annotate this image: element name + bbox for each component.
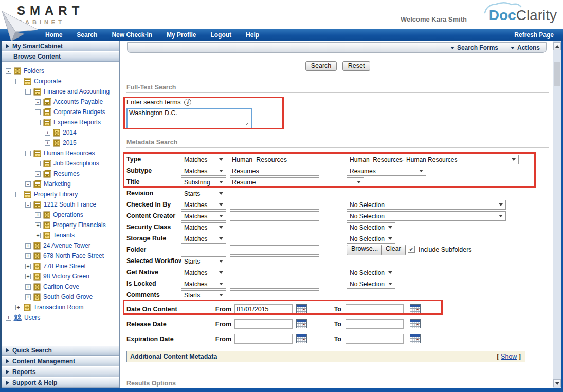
scroll-up-button[interactable] (553, 42, 561, 50)
nav-item-logout[interactable]: Logout (203, 31, 239, 39)
tree-node-label[interactable]: Marketing (44, 180, 71, 188)
tree-node-label[interactable]: Accounts Payable (53, 98, 103, 105)
toolbar-dropdown-actions[interactable]: Actions (511, 44, 540, 51)
expand-box-icon[interactable]: + (15, 305, 21, 310)
tree-node-label[interactable]: Expense Reports (53, 119, 101, 126)
from-date-input-expiration-date[interactable] (234, 334, 293, 344)
tree-node-folders[interactable]: -Folders (2, 66, 119, 76)
tree-node-marketing[interactable]: -Marketing (2, 179, 119, 189)
operator-select-storage-rule[interactable]: Matches (181, 234, 226, 244)
value-select-content-creator[interactable]: No Selection (347, 211, 506, 221)
value-select-checked-in-by[interactable]: No Selection (347, 200, 506, 210)
tree-node-label[interactable]: Human Resources (44, 150, 95, 157)
text-input-subtype[interactable] (230, 166, 319, 176)
collapse-box-icon[interactable]: - (6, 68, 11, 74)
operator-select-type[interactable]: Matches (181, 155, 226, 164)
tree-node-carlton-cove[interactable]: +Carlton Cove (2, 282, 119, 292)
tree-node-label[interactable]: South Gold Grove (43, 293, 93, 301)
collapse-box-icon[interactable]: - (25, 151, 31, 156)
tree-node-label[interactable]: Corporate Budgets (53, 108, 105, 116)
tree-node-job-descriptions[interactable]: -Job Descriptions (2, 158, 119, 169)
value-select-title[interactable] (347, 177, 364, 187)
tree-node-label[interactable]: 678 North Face Street (43, 252, 104, 259)
tree-node-property-library[interactable]: -Property Library (2, 189, 119, 199)
from-date-input-date-on-content[interactable] (234, 304, 293, 314)
tree-node-778-pine-street[interactable]: +778 Pine Street (2, 261, 119, 271)
scrollbar-thumb[interactable] (554, 62, 560, 86)
tree-node-label[interactable]: Tenants (53, 232, 75, 239)
tree-node-transaction-room[interactable]: +Transaction Room (2, 302, 119, 312)
tree-node-label[interactable]: Finance and Accounting (44, 88, 110, 95)
sidebar-section-content-management[interactable]: Content Management (2, 356, 119, 366)
tree-node-corporate[interactable]: -Corporate (2, 76, 119, 86)
value-select-storage-rule[interactable]: No Selection (347, 234, 395, 244)
tree-node-2014[interactable]: +2014 (2, 127, 119, 138)
text-input-selected-workflow[interactable] (230, 256, 319, 266)
tree-node-1212-south-france[interactable]: -1212 South France (2, 199, 119, 210)
tree-node-label[interactable]: Operations (53, 211, 83, 218)
tree-node-property-financials[interactable]: +Property Financials (2, 220, 119, 230)
nav-item-search[interactable]: Search (69, 31, 104, 39)
show-link[interactable]: Show (501, 353, 517, 360)
collapse-box-icon[interactable]: - (25, 181, 31, 187)
operator-select-get-native[interactable]: Matches (181, 268, 226, 277)
expand-box-icon[interactable]: + (35, 212, 41, 218)
to-date-input-date-on-content[interactable] (346, 304, 404, 314)
tree-node-label[interactable]: 2015 (63, 139, 77, 146)
expand-box-icon[interactable]: + (25, 274, 31, 279)
clear-button[interactable]: Clear (381, 245, 406, 255)
operator-select-comments[interactable]: Starts (181, 290, 226, 300)
tree-node-label[interactable]: 1212 South France (44, 201, 96, 208)
operator-select-title[interactable]: Substring (181, 177, 226, 187)
value-select-get-native[interactable]: No Selection (347, 268, 395, 277)
tree-node-accounts-payable[interactable]: -Accounts Payable (2, 97, 119, 107)
operator-select-is-locked[interactable]: Matches (181, 279, 226, 289)
calendar-icon[interactable] (296, 304, 307, 313)
tree-node-2015[interactable]: +2015 (2, 138, 119, 148)
sidebar-section-browse-content[interactable]: Browse Content (2, 51, 119, 62)
tree-node-label[interactable]: Transaction Room (33, 304, 84, 311)
from-date-input-release-date[interactable] (234, 319, 293, 329)
operator-select-revision[interactable]: Starts (181, 189, 226, 198)
include-subfolders-checkbox[interactable]: ✔ (408, 246, 415, 253)
expand-box-icon[interactable]: + (35, 233, 41, 238)
tree-node-resumes[interactable]: -Resumes (2, 169, 119, 179)
browse-button[interactable]: Browse... (347, 245, 383, 255)
tree-node-operations[interactable]: +Operations (2, 210, 119, 220)
text-input-content-creator[interactable] (230, 211, 319, 221)
search-button[interactable]: Search (305, 61, 337, 71)
tree-node-label[interactable]: Property Library (34, 191, 78, 198)
collapse-box-icon[interactable]: - (35, 120, 41, 125)
value-select-subtype[interactable]: Resumes (347, 166, 426, 176)
expand-box-icon[interactable]: + (25, 253, 31, 259)
nav-item-my-profile[interactable]: My Profile (159, 31, 203, 39)
tree-node-label[interactable]: Carlton Cove (43, 283, 79, 290)
collapse-box-icon[interactable]: - (25, 89, 31, 95)
tree-node-label[interactable]: Resumes (53, 170, 80, 177)
sidebar-section-reports[interactable]: Reports (2, 367, 119, 377)
tree-node-corporate-budgets[interactable]: -Corporate Budgets (2, 107, 119, 117)
tree-node-label[interactable]: Corporate (34, 78, 61, 85)
expand-box-icon[interactable]: + (25, 264, 31, 269)
nav-refresh-page[interactable]: Refresh Page (507, 31, 561, 39)
tree-node-south-gold-grove[interactable]: +South Gold Grove (2, 292, 119, 302)
tree-node-98-victory-green[interactable]: +98 Victory Green (2, 271, 119, 282)
nav-item-new-check-in[interactable]: New Check-In (104, 31, 159, 39)
operator-select-selected-workflow[interactable]: Starts (181, 256, 226, 266)
value-select-security-class[interactable]: No Selection (347, 222, 395, 232)
tree-node-label[interactable]: Folders (24, 67, 44, 74)
expand-box-icon[interactable]: + (45, 130, 50, 136)
collapse-box-icon[interactable]: - (35, 161, 41, 166)
nav-item-help[interactable]: Help (239, 31, 266, 39)
tree-node-label[interactable]: 2014 (63, 129, 77, 136)
tree-node-label[interactable]: 24 Avenue Tower (43, 242, 90, 249)
expand-box-icon[interactable]: + (6, 315, 11, 321)
collapse-box-icon[interactable]: - (15, 79, 21, 84)
operator-select-checked-in-by[interactable]: Matches (181, 200, 226, 210)
scroll-down-button[interactable] (553, 379, 561, 387)
text-input-comments[interactable] (230, 290, 319, 300)
vertical-scrollbar[interactable] (553, 41, 561, 388)
text-input-folder[interactable] (230, 245, 319, 255)
reset-button[interactable]: Reset (342, 61, 371, 71)
tree-node-label[interactable]: Property Financials (53, 221, 106, 229)
